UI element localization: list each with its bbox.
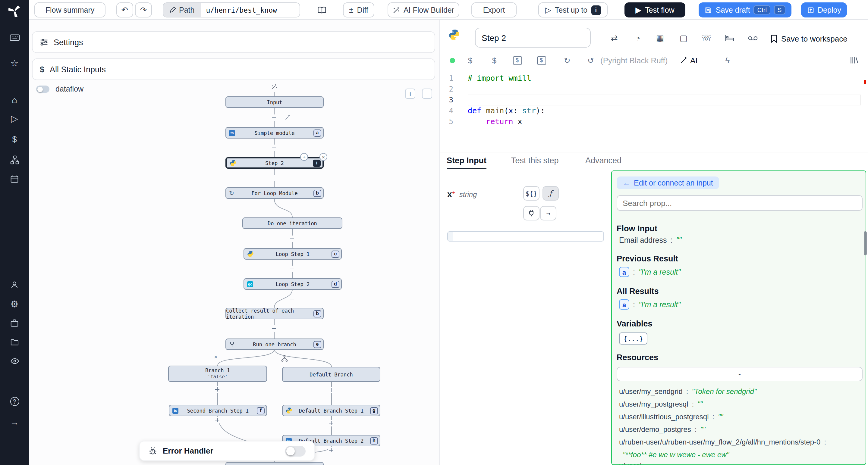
- resource-item[interactable]: u/user/my_sendgrid:"Token for sendgrid": [619, 387, 756, 396]
- flows-icon[interactable]: [0, 152, 29, 167]
- path-button[interactable]: Path: [163, 3, 201, 17]
- library-icon[interactable]: [847, 54, 861, 67]
- flow-node-input[interactable]: Input: [225, 96, 324, 108]
- reset-icon[interactable]: ↺: [584, 54, 597, 67]
- search-prop-input[interactable]: [617, 195, 863, 211]
- reload-icon[interactable]: ↻: [561, 54, 574, 67]
- package-dollar-icon[interactable]: $: [510, 54, 524, 67]
- insert-step-button[interactable]: [328, 387, 335, 393]
- sleep-bed-icon[interactable]: [722, 31, 737, 45]
- insert-step-button[interactable]: [271, 175, 277, 181]
- code-editor[interactable]: 1 2 3 4 5 # import wmill def main(x: str…: [440, 70, 868, 152]
- help-icon[interactable]: ?: [0, 393, 29, 409]
- resource-item[interactable]: u/user/illustrious_postgresql:"": [619, 412, 723, 421]
- flow-node-collect-result[interactable]: Collect result of each iteration b: [225, 308, 324, 319]
- panel-scrollbar-thumb[interactable]: [864, 231, 867, 255]
- all-results-item[interactable]: a : "I'm a result": [619, 299, 681, 309]
- home-icon[interactable]: ⌂: [0, 92, 29, 107]
- error-handler-bar[interactable]: Error Handler: [139, 441, 315, 461]
- insert-step-button[interactable]: [328, 420, 335, 427]
- cache-grid-icon[interactable]: ▦: [653, 31, 667, 45]
- insert-step-button[interactable]: [214, 386, 221, 393]
- function-toggle-button[interactable]: ƒ: [542, 186, 559, 201]
- insert-step-button[interactable]: [271, 114, 277, 121]
- delete-step-button[interactable]: ×: [319, 153, 327, 161]
- insert-step-button[interactable]: [271, 325, 277, 332]
- flow-node-default-branch-step1[interactable]: Default Branch Step 1 g: [282, 405, 380, 416]
- resource-item[interactable]: u/ruben-user/u/ruben-user/my_flow_2/g/al…: [619, 438, 830, 446]
- test-flow-button[interactable]: ▶ Test flow: [624, 2, 685, 18]
- dollar-icon[interactable]: $: [488, 54, 501, 67]
- arg-value-input[interactable]: [447, 231, 604, 241]
- phone-icon[interactable]: ☏: [699, 31, 714, 45]
- add-branch-icon[interactable]: [281, 355, 288, 362]
- zoom-in-button[interactable]: +: [405, 89, 415, 99]
- flow-node-simple-module[interactable]: ts Simple module a: [225, 127, 324, 138]
- zoom-out-button[interactable]: −: [422, 89, 432, 99]
- keyboard-icon[interactable]: [0, 30, 29, 45]
- error-handler-toggle[interactable]: [285, 445, 306, 456]
- insert-step-button[interactable]: [289, 235, 296, 242]
- insert-step-button[interactable]: [289, 296, 296, 302]
- flow-node-step2[interactable]: Step 2 i: [225, 157, 324, 169]
- ai-button[interactable]: AI: [680, 54, 698, 67]
- insert-step-button[interactable]: [214, 417, 221, 424]
- template-expr-button[interactable]: ${}: [523, 186, 539, 201]
- flow-settings-button[interactable]: Settings: [32, 31, 435, 53]
- test-up-to-button[interactable]: ▷ Test up to i: [538, 2, 608, 18]
- arrow-submit-button[interactable]: →: [540, 206, 556, 221]
- insert-step-button[interactable]: [289, 266, 296, 272]
- diff-button[interactable]: ± Diff: [343, 2, 374, 18]
- flow-summary-button[interactable]: Flow summary: [34, 2, 105, 18]
- runs-icon[interactable]: ▷: [0, 111, 29, 127]
- collapse-rail-icon[interactable]: →: [0, 414, 29, 429]
- tab-advanced[interactable]: Advanced: [585, 153, 621, 169]
- voicemail-icon[interactable]: [746, 31, 760, 45]
- flow-node-loop-step2[interactable]: go Loop Step 2 d: [244, 278, 342, 290]
- gauge-icon[interactable]: ◔: [630, 31, 645, 45]
- resource-item[interactable]: u/user/...: [619, 461, 647, 465]
- book-button[interactable]: [315, 3, 329, 18]
- flow-node-for-loop[interactable]: ↻ For Loop Module b: [225, 187, 324, 199]
- previous-result-item[interactable]: a : "I'm a result": [619, 267, 681, 277]
- flow-node-result[interactable]: Result of the chosen branch: [225, 462, 324, 465]
- undo-button[interactable]: ↶: [116, 2, 133, 18]
- deploy-button[interactable]: Deploy: [801, 2, 847, 18]
- user-icon[interactable]: [0, 277, 29, 293]
- tab-step-input[interactable]: Step Input: [447, 153, 487, 169]
- dataflow-toggle[interactable]: [36, 86, 50, 93]
- package-dollar-icon[interactable]: $: [535, 54, 548, 67]
- schedules-icon[interactable]: [0, 171, 29, 187]
- lightning-icon[interactable]: ϟ: [721, 54, 734, 67]
- repeat-icon[interactable]: ⇄: [607, 31, 621, 45]
- flow-node-branch1[interactable]: Branch 1 'false': [168, 366, 267, 382]
- resource-item[interactable]: "**foo** #e we w wewe - ewe ew": [619, 451, 729, 459]
- stop-square-icon[interactable]: ▢: [676, 31, 691, 45]
- dollar-icon[interactable]: $: [464, 54, 477, 67]
- plug-connect-button[interactable]: [523, 206, 539, 221]
- assistants-label[interactable]: (Pyright Black Ruff): [600, 56, 668, 65]
- flow-node-do-one-iteration[interactable]: Do one iteration: [242, 218, 342, 229]
- ai-sparkle-icon[interactable]: [271, 84, 277, 90]
- gear-icon[interactable]: ⚙: [0, 296, 29, 312]
- variables-chip[interactable]: {...}: [619, 332, 647, 344]
- redo-button[interactable]: ↷: [135, 2, 152, 18]
- save-to-workspace-button[interactable]: Save to workspace: [770, 32, 847, 45]
- flow-node-run-one-branch[interactable]: Run one branch e: [225, 338, 324, 350]
- resources-filter[interactable]: -: [617, 367, 863, 381]
- tab-test-this-step[interactable]: Test this step: [511, 153, 559, 169]
- flow-node-second-branch-step1[interactable]: ts Second Branch Step 1 f: [169, 405, 267, 416]
- step-title-input[interactable]: [475, 28, 591, 47]
- ai-sparkle-icon[interactable]: [284, 114, 290, 121]
- workers-icon[interactable]: [0, 315, 29, 331]
- folders-icon[interactable]: [0, 334, 29, 350]
- ai-flow-builder-button[interactable]: AI Flow Builder: [388, 2, 459, 18]
- variables-icon[interactable]: $: [0, 131, 29, 147]
- edit-or-connect-button[interactable]: ← Edit or connect an input: [617, 176, 719, 189]
- audit-eye-icon[interactable]: [0, 353, 29, 369]
- insert-step-button[interactable]: [328, 447, 335, 454]
- flow-node-loop-step1[interactable]: Loop Step 1 c: [244, 248, 342, 260]
- flow-input-item[interactable]: Email address : "": [619, 236, 681, 244]
- flow-node-default-branch[interactable]: Default Branch: [282, 367, 380, 382]
- save-draft-button[interactable]: Save draft Ctrl S: [699, 2, 792, 18]
